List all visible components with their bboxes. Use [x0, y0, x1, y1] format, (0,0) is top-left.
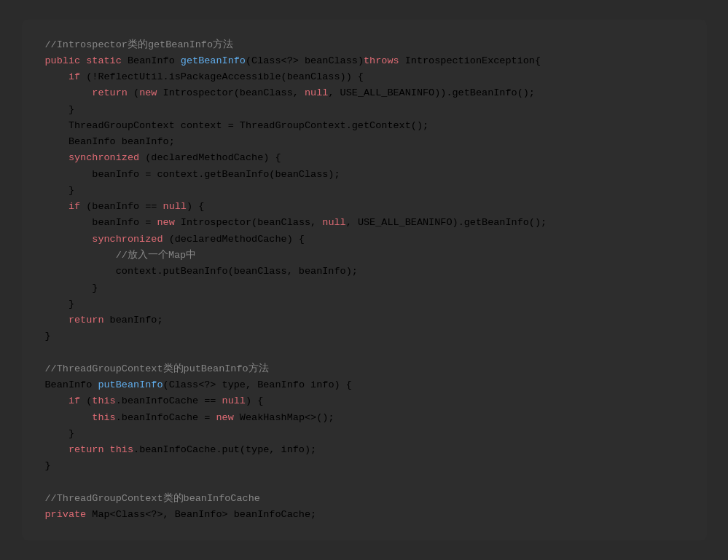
code-container: //Introspector类的getBeanInfo方法 public sta…	[22, 20, 707, 541]
code-block: //Introspector类的getBeanInfo方法 public sta…	[45, 37, 684, 524]
